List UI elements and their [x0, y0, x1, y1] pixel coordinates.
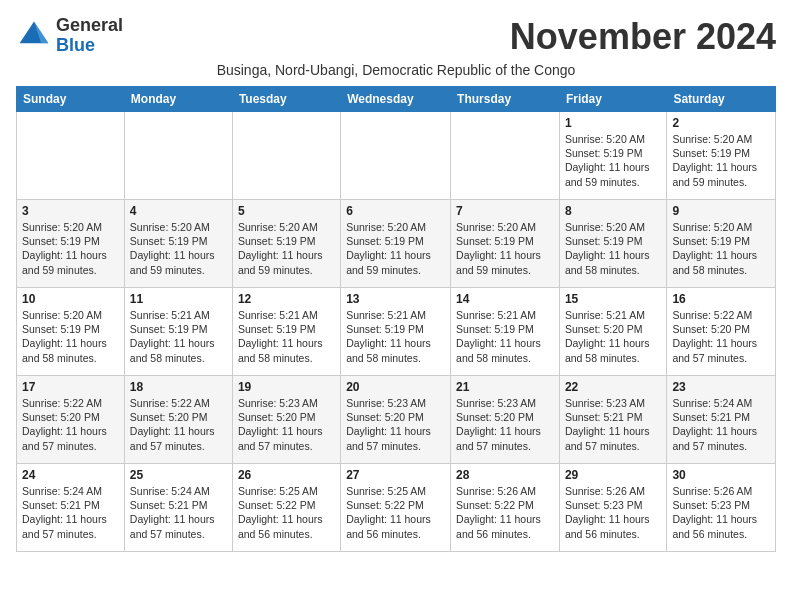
logo-icon: [16, 18, 52, 54]
day-info: Sunrise: 5:20 AM Sunset: 5:19 PM Dayligh…: [130, 220, 227, 277]
day-number: 3: [22, 204, 119, 218]
day-number: 16: [672, 292, 770, 306]
day-number: 12: [238, 292, 335, 306]
day-info: Sunrise: 5:20 AM Sunset: 5:19 PM Dayligh…: [565, 132, 661, 189]
week-row-4: 17Sunrise: 5:22 AM Sunset: 5:20 PM Dayli…: [17, 376, 776, 464]
day-cell: 6Sunrise: 5:20 AM Sunset: 5:19 PM Daylig…: [341, 200, 451, 288]
day-number: 1: [565, 116, 661, 130]
logo-text: General Blue: [56, 16, 123, 56]
day-cell: 5Sunrise: 5:20 AM Sunset: 5:19 PM Daylig…: [232, 200, 340, 288]
day-cell: 13Sunrise: 5:21 AM Sunset: 5:19 PM Dayli…: [341, 288, 451, 376]
day-cell: 23Sunrise: 5:24 AM Sunset: 5:21 PM Dayli…: [667, 376, 776, 464]
day-cell: 27Sunrise: 5:25 AM Sunset: 5:22 PM Dayli…: [341, 464, 451, 552]
week-row-1: 1Sunrise: 5:20 AM Sunset: 5:19 PM Daylig…: [17, 112, 776, 200]
day-number: 6: [346, 204, 445, 218]
day-number: 11: [130, 292, 227, 306]
weekday-header-sunday: Sunday: [17, 87, 125, 112]
day-info: Sunrise: 5:26 AM Sunset: 5:23 PM Dayligh…: [672, 484, 770, 541]
day-number: 29: [565, 468, 661, 482]
day-cell: 7Sunrise: 5:20 AM Sunset: 5:19 PM Daylig…: [451, 200, 560, 288]
day-number: 19: [238, 380, 335, 394]
day-number: 15: [565, 292, 661, 306]
weekday-header-tuesday: Tuesday: [232, 87, 340, 112]
day-number: 26: [238, 468, 335, 482]
month-title: November 2024: [510, 16, 776, 58]
day-number: 27: [346, 468, 445, 482]
day-cell: [451, 112, 560, 200]
day-number: 14: [456, 292, 554, 306]
day-cell: [124, 112, 232, 200]
day-number: 22: [565, 380, 661, 394]
day-number: 18: [130, 380, 227, 394]
day-cell: 3Sunrise: 5:20 AM Sunset: 5:19 PM Daylig…: [17, 200, 125, 288]
day-cell: 19Sunrise: 5:23 AM Sunset: 5:20 PM Dayli…: [232, 376, 340, 464]
day-info: Sunrise: 5:25 AM Sunset: 5:22 PM Dayligh…: [238, 484, 335, 541]
day-info: Sunrise: 5:22 AM Sunset: 5:20 PM Dayligh…: [672, 308, 770, 365]
day-cell: 9Sunrise: 5:20 AM Sunset: 5:19 PM Daylig…: [667, 200, 776, 288]
day-info: Sunrise: 5:24 AM Sunset: 5:21 PM Dayligh…: [672, 396, 770, 453]
day-cell: 22Sunrise: 5:23 AM Sunset: 5:21 PM Dayli…: [559, 376, 666, 464]
day-info: Sunrise: 5:24 AM Sunset: 5:21 PM Dayligh…: [130, 484, 227, 541]
day-number: 17: [22, 380, 119, 394]
day-cell: [341, 112, 451, 200]
day-number: 21: [456, 380, 554, 394]
day-cell: 16Sunrise: 5:22 AM Sunset: 5:20 PM Dayli…: [667, 288, 776, 376]
day-info: Sunrise: 5:23 AM Sunset: 5:20 PM Dayligh…: [238, 396, 335, 453]
day-cell: 20Sunrise: 5:23 AM Sunset: 5:20 PM Dayli…: [341, 376, 451, 464]
day-info: Sunrise: 5:21 AM Sunset: 5:19 PM Dayligh…: [456, 308, 554, 365]
day-cell: 30Sunrise: 5:26 AM Sunset: 5:23 PM Dayli…: [667, 464, 776, 552]
day-info: Sunrise: 5:23 AM Sunset: 5:20 PM Dayligh…: [346, 396, 445, 453]
weekday-header-thursday: Thursday: [451, 87, 560, 112]
day-cell: [17, 112, 125, 200]
day-info: Sunrise: 5:23 AM Sunset: 5:21 PM Dayligh…: [565, 396, 661, 453]
day-cell: 17Sunrise: 5:22 AM Sunset: 5:20 PM Dayli…: [17, 376, 125, 464]
day-number: 5: [238, 204, 335, 218]
weekday-header-row: SundayMondayTuesdayWednesdayThursdayFrid…: [17, 87, 776, 112]
day-number: 10: [22, 292, 119, 306]
week-row-5: 24Sunrise: 5:24 AM Sunset: 5:21 PM Dayli…: [17, 464, 776, 552]
day-number: 23: [672, 380, 770, 394]
day-cell: 25Sunrise: 5:24 AM Sunset: 5:21 PM Dayli…: [124, 464, 232, 552]
day-info: Sunrise: 5:20 AM Sunset: 5:19 PM Dayligh…: [22, 220, 119, 277]
day-info: Sunrise: 5:20 AM Sunset: 5:19 PM Dayligh…: [672, 220, 770, 277]
day-cell: 14Sunrise: 5:21 AM Sunset: 5:19 PM Dayli…: [451, 288, 560, 376]
day-info: Sunrise: 5:26 AM Sunset: 5:23 PM Dayligh…: [565, 484, 661, 541]
day-cell: 1Sunrise: 5:20 AM Sunset: 5:19 PM Daylig…: [559, 112, 666, 200]
day-cell: 15Sunrise: 5:21 AM Sunset: 5:20 PM Dayli…: [559, 288, 666, 376]
day-cell: 26Sunrise: 5:25 AM Sunset: 5:22 PM Dayli…: [232, 464, 340, 552]
day-info: Sunrise: 5:26 AM Sunset: 5:22 PM Dayligh…: [456, 484, 554, 541]
day-number: 4: [130, 204, 227, 218]
day-number: 25: [130, 468, 227, 482]
day-number: 7: [456, 204, 554, 218]
calendar-table: SundayMondayTuesdayWednesdayThursdayFrid…: [16, 86, 776, 552]
day-number: 13: [346, 292, 445, 306]
weekday-header-wednesday: Wednesday: [341, 87, 451, 112]
day-number: 20: [346, 380, 445, 394]
weekday-header-monday: Monday: [124, 87, 232, 112]
calendar-subtitle: Businga, Nord-Ubangi, Democratic Republi…: [16, 62, 776, 78]
day-cell: 10Sunrise: 5:20 AM Sunset: 5:19 PM Dayli…: [17, 288, 125, 376]
day-cell: 28Sunrise: 5:26 AM Sunset: 5:22 PM Dayli…: [451, 464, 560, 552]
day-info: Sunrise: 5:20 AM Sunset: 5:19 PM Dayligh…: [672, 132, 770, 189]
day-info: Sunrise: 5:25 AM Sunset: 5:22 PM Dayligh…: [346, 484, 445, 541]
day-info: Sunrise: 5:21 AM Sunset: 5:19 PM Dayligh…: [130, 308, 227, 365]
day-cell: 8Sunrise: 5:20 AM Sunset: 5:19 PM Daylig…: [559, 200, 666, 288]
day-info: Sunrise: 5:22 AM Sunset: 5:20 PM Dayligh…: [130, 396, 227, 453]
day-cell: 21Sunrise: 5:23 AM Sunset: 5:20 PM Dayli…: [451, 376, 560, 464]
day-cell: [232, 112, 340, 200]
day-cell: 18Sunrise: 5:22 AM Sunset: 5:20 PM Dayli…: [124, 376, 232, 464]
day-cell: 24Sunrise: 5:24 AM Sunset: 5:21 PM Dayli…: [17, 464, 125, 552]
day-info: Sunrise: 5:20 AM Sunset: 5:19 PM Dayligh…: [238, 220, 335, 277]
week-row-3: 10Sunrise: 5:20 AM Sunset: 5:19 PM Dayli…: [17, 288, 776, 376]
day-cell: 4Sunrise: 5:20 AM Sunset: 5:19 PM Daylig…: [124, 200, 232, 288]
day-number: 9: [672, 204, 770, 218]
day-info: Sunrise: 5:20 AM Sunset: 5:19 PM Dayligh…: [456, 220, 554, 277]
day-info: Sunrise: 5:23 AM Sunset: 5:20 PM Dayligh…: [456, 396, 554, 453]
day-info: Sunrise: 5:21 AM Sunset: 5:19 PM Dayligh…: [346, 308, 445, 365]
day-cell: 12Sunrise: 5:21 AM Sunset: 5:19 PM Dayli…: [232, 288, 340, 376]
day-info: Sunrise: 5:24 AM Sunset: 5:21 PM Dayligh…: [22, 484, 119, 541]
day-number: 24: [22, 468, 119, 482]
day-info: Sunrise: 5:20 AM Sunset: 5:19 PM Dayligh…: [565, 220, 661, 277]
day-cell: 29Sunrise: 5:26 AM Sunset: 5:23 PM Dayli…: [559, 464, 666, 552]
day-number: 8: [565, 204, 661, 218]
